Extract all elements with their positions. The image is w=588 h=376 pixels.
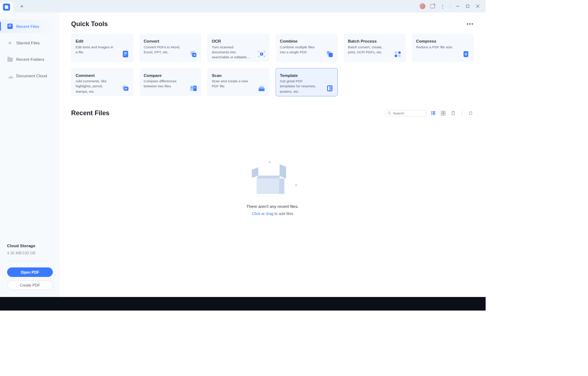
sidebar-item-recent-folders[interactable]: Recent Folders [0,53,59,66]
share-button[interactable] [428,2,437,11]
minimize-button[interactable] [453,2,462,11]
home-tab[interactable] [0,2,13,13]
tool-desc: Batch convert, create, print, OCR PDFs, … [348,45,386,55]
app-icon [3,4,10,11]
svg-rect-1 [466,5,469,8]
tool-comment[interactable]: Comment Add comments, like highlights, p… [71,68,133,96]
taskbar[interactable] [0,297,486,311]
create-pdf-button[interactable]: Create PDF [7,280,53,290]
sidebar-item-label: Starred Files [16,40,40,45]
tool-title: Convert [144,39,197,43]
tool-title: Comment [75,73,129,78]
share-icon [430,4,435,9]
svg-rect-24 [193,86,197,91]
svg-rect-41 [431,114,432,115]
svg-rect-30 [259,88,265,89]
tool-scan[interactable]: Scan Scan and create a new PDF file. [207,68,270,96]
svg-rect-13 [328,53,333,57]
tool-desc: Compare differences between two files. [144,79,182,89]
more-icon[interactable]: ••• [466,21,474,27]
tool-desc: Convert PDFs to Word, Excel, PPT, etc. [144,45,182,55]
list-view-button[interactable] [430,110,436,116]
quick-tools-header: Quick Tools ••• [71,20,474,28]
svg-rect-26 [191,88,193,88]
svg-rect-15 [399,52,401,54]
new-tab-button[interactable]: + [18,2,26,10]
tool-combine[interactable]: Combine Combine multiple files into a si… [276,34,338,62]
svg-rect-43 [441,111,443,113]
search-input[interactable] [393,111,424,116]
tool-title: Compare [144,73,197,78]
delete-button[interactable] [450,110,456,116]
tool-compress[interactable]: Compress Reduce a PDF file size. [412,34,474,62]
search-box[interactable] [385,110,426,116]
svg-rect-28 [194,88,196,88]
empty-state: ✦ ✦ ○ There aren't any recent files. Cli… [71,161,474,216]
search-icon [388,111,391,116]
tool-template[interactable]: Template Get great PDF templates for res… [276,68,338,96]
grid-view-button[interactable] [440,110,446,116]
svg-rect-31 [327,86,332,92]
tool-title: Scan [212,73,265,78]
tool-title: Combine [280,39,333,43]
svg-rect-14 [395,52,397,54]
click-link[interactable]: Click [252,211,260,216]
folder-icon [8,58,13,62]
drag-link[interactable]: drag [266,211,274,216]
sidebar-bottom: Cloud Storage 4.36 MB/100 GB Open PDF Cr… [0,243,59,297]
tool-desc: Scan and create a new PDF file. [212,79,250,89]
content: Quick Tools ••• Edit Edit texts and imag… [59,13,486,297]
sidebar-nav: Recent Files ★ Starred Files Recent Fold… [0,20,59,243]
svg-rect-23 [190,86,193,91]
avatar-button[interactable] [418,2,427,11]
maximize-button[interactable] [463,2,472,11]
tool-convert[interactable]: Convert Convert PDFs to Word, Excel, PPT… [139,34,202,62]
refresh-button[interactable] [468,110,474,116]
svg-rect-45 [441,113,443,115]
svg-rect-34 [330,88,331,91]
tool-compare[interactable]: Compare Compare differences between two … [139,68,202,96]
document-icon [8,24,13,29]
sidebar-item-starred-files[interactable]: ★ Starred Files [0,36,59,50]
sidebar-item-recent-files[interactable]: Recent Files [0,20,59,33]
svg-rect-20 [124,87,128,91]
svg-rect-4 [123,51,128,57]
svg-rect-46 [444,113,445,115]
cloud-storage-title: Cloud Storage [7,243,52,248]
svg-rect-18 [464,51,468,57]
tool-desc: Edit texts and images in a file. [75,45,114,55]
empty-tail: to add files [273,211,293,216]
tool-title: Edit [75,39,129,43]
recent-files-actions [385,110,474,116]
avatar-icon [420,3,426,9]
main-layout: Recent Files ★ Starred Files Recent Fold… [0,13,486,297]
divider [7,261,52,261]
tool-edit[interactable]: Edit Edit texts and images in a file. [71,34,133,62]
svg-rect-40 [433,113,435,114]
cloud-storage-usage: 4.36 MB/100 GB [7,251,52,255]
template-icon [326,84,334,92]
edit-icon [121,50,129,58]
sidebar-item-label: Document Cloud [16,74,47,78]
tool-desc: Reduce a PDF file size. [416,45,454,50]
tool-batch-process[interactable]: Batch Process Batch convert, create, pri… [344,34,406,62]
tool-ocr[interactable]: OCR Turn scanned documents into searchab… [207,34,270,62]
sidebar-item-document-cloud[interactable]: ☁ Document Cloud [0,69,59,83]
svg-text:T: T [261,53,262,55]
svg-rect-33 [330,86,331,88]
star-icon: ★ [8,40,13,45]
svg-rect-44 [444,111,445,113]
titlebar-right: ⋮ [418,2,482,11]
tool-title: Batch Process [348,39,401,43]
svg-rect-7 [124,55,126,55]
tool-title: OCR [212,39,265,43]
svg-rect-5 [124,52,127,53]
open-pdf-button[interactable]: Open PDF [7,268,53,277]
tool-desc: Get great PDF templates for resumes, pos… [280,79,318,94]
svg-rect-37 [431,111,432,112]
svg-rect-22 [124,89,127,89]
titlebar-left: + [0,0,26,13]
close-button[interactable] [473,2,482,11]
menu-button[interactable]: ⋮ [438,2,447,11]
svg-rect-32 [328,86,329,91]
